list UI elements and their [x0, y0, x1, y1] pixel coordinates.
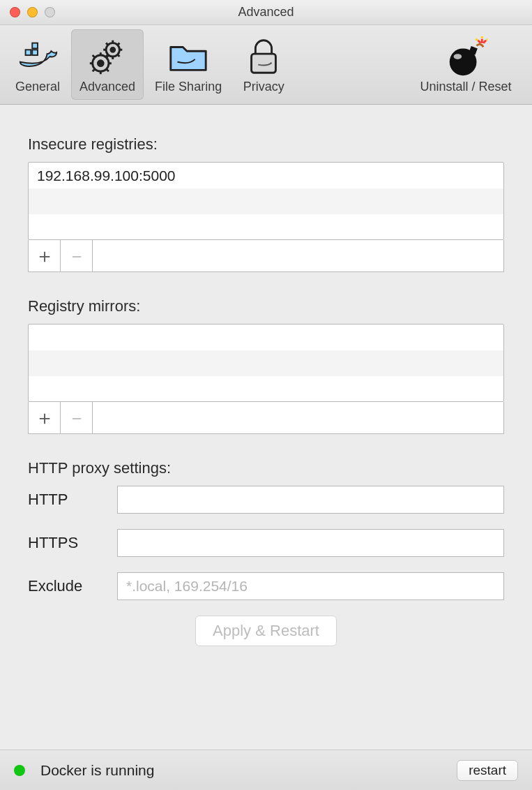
exclude-proxy-input[interactable] [117, 572, 504, 600]
svg-rect-2 [32, 43, 38, 49]
svg-point-4 [111, 47, 115, 52]
http-proxy-input[interactable] [117, 486, 504, 514]
http-proxy-label: HTTP [28, 491, 105, 509]
tab-file-sharing[interactable]: File Sharing [146, 29, 230, 100]
http-proxy-heading: HTTP proxy settings: [28, 459, 504, 477]
window-close-button[interactable] [10, 7, 20, 17]
content-area: Insecure registries: 192.168.99.100:5000… [0, 105, 532, 709]
insecure-registries-controls: ＋ － [28, 240, 504, 272]
remove-button: － [61, 240, 93, 271]
insecure-registries-list[interactable]: 192.168.99.100:5000 [28, 162, 504, 240]
tab-uninstall-reset[interactable]: Uninstall / Reset [406, 29, 525, 100]
minus-icon: － [67, 243, 86, 269]
lock-icon [242, 35, 285, 78]
titlebar: Advanced [0, 0, 532, 25]
tab-label: Advanced [79, 80, 135, 94]
plus-icon: ＋ [35, 405, 54, 431]
registry-mirrors-controls: ＋ － [28, 402, 504, 434]
registry-mirrors-list[interactable] [28, 324, 504, 402]
svg-point-6 [98, 61, 104, 66]
list-item[interactable] [29, 214, 503, 240]
list-item[interactable]: 192.168.99.100:5000 [29, 163, 503, 188]
registry-mirrors-label: Registry mirrors: [28, 297, 504, 315]
list-item[interactable] [29, 376, 503, 402]
https-proxy-input[interactable] [117, 529, 504, 557]
statusbar: Docker is running restart [0, 750, 532, 790]
tab-label: General [15, 80, 60, 94]
status-indicator-icon [14, 765, 25, 776]
window-minimize-button[interactable] [27, 7, 38, 17]
status-text: Docker is running [40, 762, 457, 779]
remove-button: － [61, 402, 93, 433]
https-proxy-label: HTTPS [28, 534, 105, 552]
svg-point-10 [454, 54, 462, 59]
exclude-proxy-label: Exclude [28, 577, 105, 595]
insecure-registries-label: Insecure registries: [28, 135, 504, 154]
whale-icon [16, 35, 59, 78]
svg-rect-0 [26, 50, 31, 55]
window-zoom-button [45, 7, 55, 17]
tab-label: Privacy [243, 80, 284, 94]
tab-general[interactable]: General [7, 29, 68, 100]
bomb-icon [444, 35, 487, 78]
tab-advanced[interactable]: Advanced [71, 29, 144, 100]
tab-label: File Sharing [155, 80, 222, 94]
minus-icon: － [67, 405, 86, 431]
list-item[interactable] [29, 350, 503, 376]
svg-rect-7 [252, 54, 276, 73]
add-button[interactable]: ＋ [29, 240, 61, 271]
plus-icon: ＋ [35, 243, 54, 269]
toolbar: General Advanced File Sharing [0, 25, 532, 105]
list-item[interactable] [29, 325, 503, 350]
apply-restart-button: Apply & Restart [195, 616, 337, 646]
gears-icon [86, 35, 129, 78]
tab-label: Uninstall / Reset [420, 80, 511, 94]
list-item[interactable] [29, 188, 503, 214]
tab-privacy[interactable]: Privacy [233, 29, 294, 100]
add-button[interactable]: ＋ [29, 402, 61, 433]
folder-icon [167, 35, 210, 78]
window-title: Advanced [0, 5, 532, 20]
restart-button[interactable]: restart [457, 760, 518, 781]
svg-rect-1 [32, 50, 38, 55]
